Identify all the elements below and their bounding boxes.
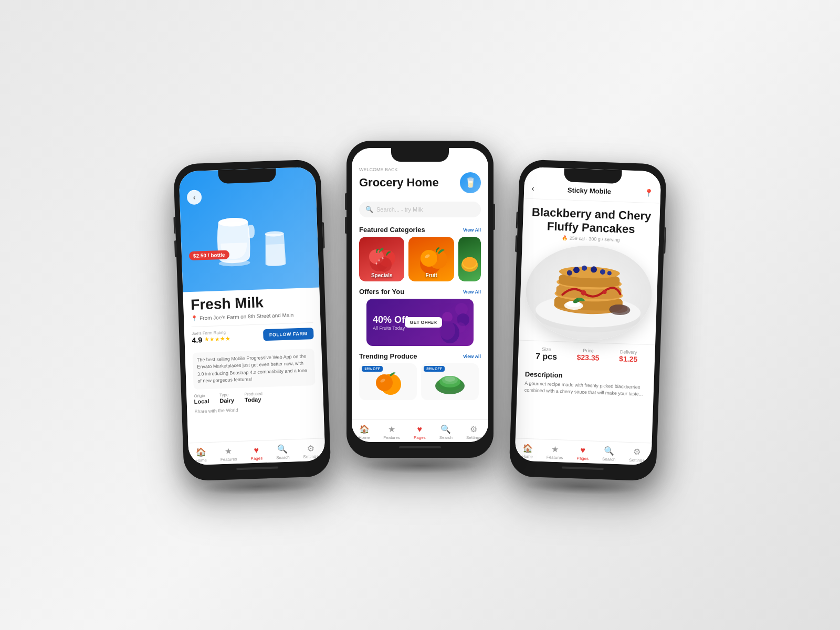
heart-icon-2: ♥	[417, 425, 423, 434]
pancake-plate	[524, 244, 653, 342]
nav-search-2[interactable]: 🔍 Search	[439, 424, 453, 440]
nav-settings-2[interactable]: ⚙ Settings	[466, 424, 481, 440]
offers-header: Offers for You View All	[359, 288, 481, 296]
follow-farm-button[interactable]: FOLLOW FARM	[262, 328, 313, 341]
veg-card	[458, 237, 481, 281]
home-icon: 🏠	[195, 447, 206, 457]
bottom-nav-phone3: 🏠 Home ★ Features ♥ Pages 🔍 Search	[514, 438, 652, 465]
veg-illustration	[458, 238, 481, 280]
nav-home-label-2: Home	[359, 435, 370, 440]
nav-search-label-3: Search	[602, 457, 616, 462]
stat-price: Price $23.35	[576, 348, 600, 363]
home-icon-3: 🏠	[522, 443, 533, 454]
delivery-value: $1.25	[619, 354, 638, 363]
nav-home-2[interactable]: 🏠 Home	[359, 424, 370, 440]
settings-icon-3: ⚙	[633, 447, 641, 457]
trending-item-lettuce[interactable]: 25% OFF	[421, 363, 479, 400]
search-icon: 🔍	[365, 206, 373, 213]
farm-info: Joe's Farm Rating 4.9 ★★★★★	[192, 330, 230, 344]
svg-point-28	[376, 374, 393, 391]
svg-point-18	[463, 257, 476, 267]
nav-features-label-2: Features	[383, 435, 400, 440]
stat-delivery: Delivery $1.25	[619, 349, 638, 364]
nav-home-3[interactable]: 🏠 Home	[521, 443, 533, 459]
categories-row: Specials	[359, 237, 481, 281]
nav-pages[interactable]: ♥ Pages	[250, 445, 263, 461]
svg-point-34	[445, 376, 455, 382]
trending-badge-2: 25% OFF	[424, 366, 445, 372]
category-veg[interactable]	[458, 237, 481, 281]
back-button[interactable]: ‹	[187, 190, 202, 205]
nav-home[interactable]: 🏠 Home	[195, 447, 207, 463]
featured-categories-section: Featured Categories View All	[352, 222, 488, 284]
trending-title: Trending Produce	[359, 352, 417, 360]
phone-grocery-home: WELCOME BACK Grocery Home 🥛 🔍 Search... …	[346, 141, 494, 458]
nav-settings[interactable]: ⚙ Settings	[303, 443, 319, 459]
category-fruit[interactable]: Fruit	[408, 237, 454, 281]
rating-row: 4.9 ★★★★★	[192, 334, 230, 344]
nav-search-3[interactable]: 🔍 Search	[602, 446, 616, 462]
specials-label: Specials	[359, 272, 404, 278]
bottom-nav-phone2: 🏠 Home ★ Features ♥ Pages 🔍 Search	[352, 419, 488, 442]
nav-settings-label-3: Settings	[629, 458, 644, 463]
get-offer-button[interactable]: GET OFFER	[405, 317, 443, 328]
offers-section: Offers for You View All 40% Off All Frui…	[352, 284, 488, 348]
milk-pitcher-svg	[208, 206, 258, 270]
location-icon[interactable]: 📍	[644, 188, 654, 197]
trending-badge-1: 15% OFF	[362, 366, 383, 372]
search-bar[interactable]: 🔍 Search... - try Milk	[359, 202, 481, 217]
price-badge: $2.50 / bottle	[189, 250, 229, 260]
search-placeholder: Search... - try Milk	[376, 206, 423, 213]
bottom-nav-phone1: 🏠 Home ★ Features ♥ Pages 🔍 Search	[188, 438, 325, 465]
nav-features-2[interactable]: ★ Features	[383, 424, 400, 440]
store-name: Sticky Mobile	[568, 186, 612, 195]
product-description: The best selling Mobile Progressive Web …	[192, 349, 315, 390]
nav-settings-3[interactable]: ⚙ Settings	[629, 447, 645, 463]
offers-view-all[interactable]: View All	[463, 289, 481, 295]
nav-pages-3[interactable]: ♥ Pages	[576, 445, 589, 461]
recipe-stats: Size 7 pcs Price $23.35 Delivery $1.25	[518, 340, 656, 370]
nav-features[interactable]: ★ Features	[220, 446, 237, 462]
nav-features-label: Features	[220, 457, 237, 462]
product-screen: ‹	[178, 167, 325, 466]
product-meta: Origin Local Type Dairy Produced Today	[194, 390, 316, 405]
notch-right	[564, 168, 622, 184]
heart-icon: ♥	[254, 445, 259, 455]
nav-home-label: Home	[195, 458, 207, 463]
stat-size: Size 7 pcs	[536, 346, 558, 361]
home-screen: WELCOME BACK Grocery Home 🥛 🔍 Search... …	[352, 148, 488, 442]
nav-pages-2[interactable]: ♥ Pages	[414, 425, 426, 440]
milk-glass-svg	[260, 225, 290, 268]
nav-features-label-3: Features	[547, 455, 563, 460]
meta-type: Type Dairy	[219, 392, 234, 404]
product-title: Fresh Milk	[191, 293, 313, 313]
meta-origin: Origin Local	[194, 393, 209, 405]
product-content: Fresh Milk 📍 From Joe's Farm on 8th Stre…	[183, 287, 324, 446]
phone-product-detail: ‹	[173, 159, 331, 481]
grocery-home-title: Grocery Home	[359, 176, 439, 190]
offer-banner[interactable]: 40% Off All Fruits Today GET OFFER	[366, 299, 474, 346]
trending-item-orange[interactable]: 15% OFF	[359, 363, 417, 400]
heart-icon-3: ♥	[580, 445, 585, 455]
search-icon-3: 🔍	[604, 446, 615, 456]
fruit-label: Fruit	[408, 272, 454, 278]
nav-search-label: Search	[276, 455, 290, 460]
user-avatar[interactable]: 🥛	[460, 172, 481, 193]
home-icon-2: 🏠	[359, 424, 370, 434]
trending-view-all[interactable]: View All	[463, 354, 481, 359]
star-icon-3: ★	[551, 444, 559, 454]
nav-features-3[interactable]: ★ Features	[547, 444, 564, 460]
nav-pages-label: Pages	[250, 456, 262, 461]
category-specials[interactable]: Specials	[359, 237, 404, 281]
meta-produced-value: Today	[245, 396, 263, 403]
star-icon: ★	[225, 446, 233, 456]
featured-view-all[interactable]: View All	[463, 227, 481, 233]
notch-middle	[391, 148, 449, 162]
back-button-3[interactable]: ‹	[531, 184, 534, 193]
nav-search[interactable]: 🔍 Search	[276, 444, 289, 460]
nav-settings-label-2: Settings	[466, 435, 481, 440]
meta-type-value: Dairy	[219, 397, 234, 404]
search-icon-2: 🔍	[440, 424, 451, 434]
search-icon: 🔍	[277, 444, 288, 455]
svg-point-13	[421, 250, 437, 267]
